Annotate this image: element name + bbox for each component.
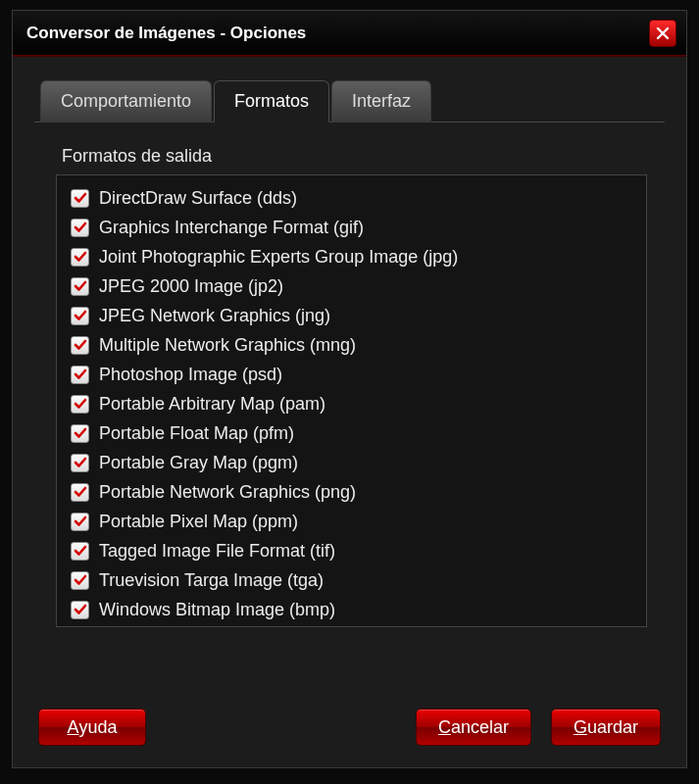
format-label: Photoshop Image (psd) <box>99 365 282 385</box>
check-icon <box>74 544 87 558</box>
format-label: Portable Float Map (pfm) <box>99 423 294 444</box>
options-dialog: Conversor de Imágenes - Opciones Comport… <box>12 10 687 768</box>
cancel-button[interactable]: Cancelar <box>416 709 531 746</box>
check-icon <box>74 309 87 322</box>
format-checkbox[interactable] <box>71 336 89 355</box>
tab-bar: Comportamiento Formatos Interfaz <box>34 80 665 122</box>
close-icon <box>656 26 670 40</box>
format-checkbox[interactable] <box>71 307 89 325</box>
accel: A <box>67 717 78 738</box>
dialog-footer: Ayuda Cancelar Guardar <box>13 691 686 767</box>
save-button[interactable]: Guardar <box>551 709 661 746</box>
format-checkbox[interactable] <box>71 454 89 472</box>
format-label: Multiple Network Graphics (mng) <box>99 335 356 356</box>
format-row: Portable Float Map (pfm) <box>71 418 640 448</box>
close-button[interactable] <box>649 20 676 47</box>
check-icon <box>74 573 87 587</box>
tab-label: Formatos <box>234 91 309 111</box>
check-icon <box>74 426 87 440</box>
rest: uardar <box>587 717 638 738</box>
format-checkbox[interactable] <box>71 395 89 414</box>
format-row: JPEG 2000 Image (jp2) <box>71 271 640 301</box>
help-button[interactable]: Ayuda <box>38 709 146 746</box>
check-icon <box>74 456 87 469</box>
titlebar: Conversor de Imágenes - Opciones <box>13 11 686 56</box>
check-icon <box>74 514 87 528</box>
format-label: JPEG 2000 Image (jp2) <box>99 276 283 297</box>
tab-behaviour[interactable]: Comportamiento <box>40 80 212 122</box>
format-label: Portable Network Graphics (png) <box>99 482 356 503</box>
check-icon <box>74 250 87 264</box>
format-row: Joint Photographic Experts Group Image (… <box>71 242 640 271</box>
formats-panel: Formatos de salida DirectDraw Surface (d… <box>34 122 665 635</box>
tab-interface[interactable]: Interfaz <box>331 80 431 122</box>
format-label: Truevision Targa Image (tga) <box>99 570 324 591</box>
format-row: Portable Arbitrary Map (pam) <box>71 389 640 418</box>
format-row: Portable Network Graphics (png) <box>71 477 640 507</box>
dialog-body: Comportamiento Formatos Interfaz Formato… <box>13 56 686 691</box>
check-icon <box>74 485 87 499</box>
check-icon <box>74 397 87 411</box>
check-icon <box>74 279 87 293</box>
format-label: JPEG Network Graphics (jng) <box>99 306 330 326</box>
format-row: Truevision Targa Image (tga) <box>71 565 640 595</box>
tab-label: Interfaz <box>352 91 411 111</box>
check-icon <box>74 368 87 381</box>
check-icon <box>74 338 87 352</box>
format-checkbox[interactable] <box>71 219 89 237</box>
format-checkbox[interactable] <box>71 366 89 384</box>
check-icon <box>74 220 87 234</box>
format-checkbox[interactable] <box>71 571 89 590</box>
check-icon <box>74 191 87 205</box>
section-title: Formatos de salida <box>62 146 647 167</box>
rest: yuda <box>78 717 117 738</box>
format-row: Portable Gray Map (pgm) <box>71 448 640 477</box>
format-checkbox[interactable] <box>71 513 89 531</box>
format-label: Portable Gray Map (pgm) <box>99 453 298 473</box>
format-checkbox[interactable] <box>71 424 89 443</box>
tab-label: Comportamiento <box>61 91 191 111</box>
format-label: DirectDraw Surface (dds) <box>99 188 297 209</box>
format-checkbox[interactable] <box>71 248 89 267</box>
format-row: DirectDraw Surface (dds) <box>71 183 640 213</box>
format-row: Graphics Interchange Format (gif) <box>71 213 640 242</box>
format-checkbox[interactable] <box>71 277 89 296</box>
accel: C <box>438 717 451 738</box>
format-checkbox[interactable] <box>71 483 89 502</box>
format-row: Tagged Image File Format (tif) <box>71 536 640 565</box>
format-label: Windows Bitmap Image (bmp) <box>99 600 335 620</box>
format-label: Graphics Interchange Format (gif) <box>99 218 364 238</box>
formats-listbox[interactable]: DirectDraw Surface (dds)Graphics Interch… <box>56 174 647 627</box>
window-title: Conversor de Imágenes - Opciones <box>26 24 649 43</box>
rest: ancelar <box>451 717 509 738</box>
format-label: Tagged Image File Format (tif) <box>99 541 335 562</box>
format-row: JPEG Network Graphics (jng) <box>71 301 640 330</box>
format-label: Portable Pixel Map (ppm) <box>99 512 298 532</box>
format-checkbox[interactable] <box>71 601 89 619</box>
format-label: Joint Photographic Experts Group Image (… <box>99 247 458 268</box>
format-row: Portable Pixel Map (ppm) <box>71 507 640 536</box>
format-row: Windows Bitmap Image (bmp) <box>71 595 640 624</box>
format-label: Portable Arbitrary Map (pam) <box>99 394 325 415</box>
accel: G <box>574 717 587 738</box>
tab-formats[interactable]: Formatos <box>214 80 329 122</box>
format-row: Multiple Network Graphics (mng) <box>71 330 640 360</box>
check-icon <box>74 603 87 616</box>
format-checkbox[interactable] <box>71 189 89 208</box>
format-checkbox[interactable] <box>71 542 89 561</box>
format-row: Photoshop Image (psd) <box>71 360 640 389</box>
